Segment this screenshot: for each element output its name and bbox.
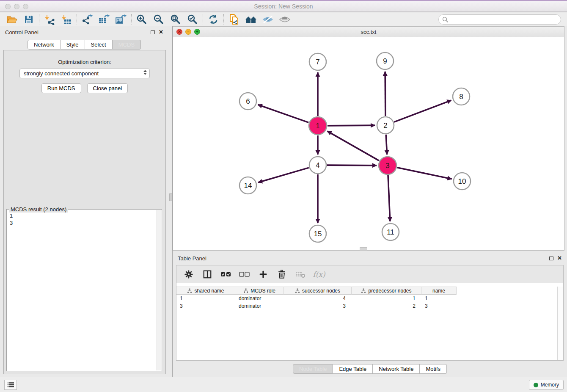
add-column-icon[interactable] bbox=[256, 268, 270, 281]
graph-edge-2-9[interactable] bbox=[385, 72, 385, 116]
graph-node-10[interactable]: 10 bbox=[454, 173, 471, 190]
graph-node-14[interactable]: 14 bbox=[239, 177, 256, 194]
graph-node-6[interactable]: 6 bbox=[239, 93, 256, 110]
column-header-predecessor-nodes[interactable]: predecessor nodes bbox=[352, 287, 421, 295]
tab-style[interactable]: Style bbox=[61, 40, 85, 50]
export-image-icon[interactable] bbox=[113, 14, 129, 25]
graph-edge-1-2[interactable] bbox=[328, 125, 375, 126]
delete-table-icon[interactable] bbox=[293, 268, 308, 281]
graph-node-1[interactable]: 1 bbox=[309, 117, 327, 135]
open-session-icon[interactable] bbox=[3, 14, 20, 25]
network-canvas[interactable]: 1234678910111415 bbox=[173, 37, 564, 250]
column-header-mcds-role[interactable]: MCDS role bbox=[235, 287, 284, 295]
run-mcds-button[interactable]: Run MCDS bbox=[41, 83, 81, 93]
node-table[interactable]: shared nameMCDS rolesuccessor nodesprede… bbox=[176, 287, 557, 360]
graph-node-2[interactable]: 2 bbox=[377, 117, 394, 134]
graph-edge-4-3[interactable] bbox=[327, 165, 377, 166]
vertical-splitter[interactable] bbox=[168, 26, 173, 377]
horizontal-splitter-handle[interactable] bbox=[360, 247, 367, 251]
tab-select[interactable]: Select bbox=[85, 40, 113, 50]
zoom-selected-icon[interactable] bbox=[184, 14, 201, 25]
refresh-icon[interactable] bbox=[205, 14, 222, 25]
table-cell[interactable]: 4 bbox=[284, 295, 352, 302]
table-cell[interactable]: dominator bbox=[235, 302, 284, 310]
search-field[interactable] bbox=[438, 14, 561, 25]
zoom-out-icon[interactable] bbox=[150, 14, 167, 25]
show-all-icon[interactable] bbox=[276, 14, 293, 25]
table-cell[interactable]: 1 bbox=[352, 295, 421, 302]
table-cell[interactable]: dominator bbox=[235, 295, 284, 302]
table-cell[interactable]: 3 bbox=[284, 302, 352, 310]
splitter-handle[interactable] bbox=[169, 193, 172, 201]
column-header-shared-name[interactable]: shared name bbox=[176, 287, 235, 295]
column-header-successor-nodes[interactable]: successor nodes bbox=[284, 287, 352, 295]
export-table-icon[interactable] bbox=[96, 14, 113, 25]
table-cell[interactable]: 3 bbox=[176, 302, 235, 310]
hide-selected-icon[interactable] bbox=[259, 14, 276, 25]
tab-node-table[interactable]: Node Table bbox=[293, 364, 333, 374]
select-all-checkboxes-icon[interactable] bbox=[219, 268, 233, 281]
float-table-panel-icon[interactable] bbox=[549, 257, 553, 260]
criterion-select[interactable]: strongly connected component bbox=[19, 69, 150, 78]
tab-network-table[interactable]: Network Table bbox=[373, 364, 420, 374]
tab-motifs[interactable]: Motifs bbox=[420, 364, 447, 374]
graph-edge-2-3[interactable] bbox=[386, 135, 387, 155]
float-panel-icon[interactable] bbox=[151, 30, 155, 34]
graph-node-label: 11 bbox=[387, 228, 394, 236]
graph-edge-3-1[interactable] bbox=[328, 131, 379, 161]
table-cell[interactable]: 1 bbox=[421, 295, 457, 302]
graph-edge-2-8[interactable] bbox=[394, 100, 451, 122]
close-panel-button[interactable]: Close panel bbox=[87, 83, 128, 93]
close-table-panel-icon[interactable]: ✕ bbox=[557, 256, 562, 260]
graph-node-3[interactable]: 3 bbox=[379, 157, 396, 174]
graph-node-4[interactable]: 4 bbox=[309, 157, 326, 174]
graph-edge-3-10[interactable] bbox=[397, 168, 452, 179]
graph[interactable]: 1234678910111415 bbox=[173, 37, 564, 250]
control-panel-tabs: NetworkStyleSelectMCDS bbox=[0, 40, 168, 50]
import-network-icon[interactable] bbox=[41, 14, 58, 25]
graph-node-label: 8 bbox=[459, 93, 463, 101]
split-columns-icon[interactable] bbox=[200, 268, 215, 281]
table-cell[interactable]: 3 bbox=[421, 302, 457, 310]
close-panel-icon[interactable]: ✕ bbox=[159, 30, 163, 34]
result-scrollbar[interactable] bbox=[157, 210, 161, 370]
mcds-result-title: MCDS result (2 nodes) bbox=[9, 206, 68, 213]
table-cell[interactable]: 1 bbox=[176, 295, 235, 302]
clone-network-icon[interactable] bbox=[226, 14, 242, 25]
save-session-icon[interactable] bbox=[20, 14, 37, 25]
graph-edge-3-11[interactable] bbox=[388, 175, 390, 221]
graph-node-9[interactable]: 9 bbox=[377, 52, 394, 69]
deselect-all-checkboxes-icon[interactable] bbox=[237, 268, 252, 281]
node-table-card: f(x) shared nameMCDS rolesuccessor nodes… bbox=[176, 265, 564, 361]
tab-mcds[interactable]: MCDS bbox=[113, 40, 141, 50]
graph-node-11[interactable]: 11 bbox=[382, 224, 399, 240]
search-icon bbox=[442, 17, 449, 23]
graph-node-8[interactable]: 8 bbox=[453, 88, 470, 105]
tab-network[interactable]: Network bbox=[28, 40, 61, 50]
graph-edge-1-6[interactable] bbox=[258, 105, 309, 122]
search-input[interactable] bbox=[449, 15, 561, 24]
tab-edge-table[interactable]: Edge Table bbox=[333, 364, 373, 374]
zoom-fit-icon[interactable] bbox=[167, 14, 184, 25]
settings-icon[interactable] bbox=[182, 268, 196, 281]
task-history-button[interactable] bbox=[4, 380, 17, 390]
network-window-titlebar[interactable]: ✕ − + scc.txt bbox=[173, 27, 564, 37]
column-header-name[interactable]: name bbox=[421, 287, 457, 295]
table-row[interactable]: 1dominator411 bbox=[176, 295, 557, 302]
table-scrollbar[interactable] bbox=[557, 287, 563, 360]
import-table-icon[interactable] bbox=[58, 14, 75, 25]
table-panel: Table Panel ✕ bbox=[173, 252, 567, 377]
function-builder-icon[interactable]: f(x) bbox=[312, 268, 326, 281]
graph-edge-4-14[interactable] bbox=[258, 168, 309, 182]
export-network-icon[interactable] bbox=[79, 14, 96, 25]
table-cell[interactable]: 2 bbox=[352, 302, 421, 310]
graph-node-7[interactable]: 7 bbox=[309, 53, 326, 70]
graph-node-15[interactable]: 15 bbox=[309, 225, 326, 242]
graph-node-label: 2 bbox=[383, 121, 387, 130]
graph-node-label: 15 bbox=[314, 230, 322, 238]
zoom-in-icon[interactable] bbox=[133, 14, 150, 25]
home-icon[interactable] bbox=[242, 14, 259, 25]
memory-button[interactable]: Memory bbox=[529, 380, 564, 390]
table-row[interactable]: 3dominator323 bbox=[176, 302, 557, 310]
delete-column-icon[interactable] bbox=[275, 268, 289, 281]
